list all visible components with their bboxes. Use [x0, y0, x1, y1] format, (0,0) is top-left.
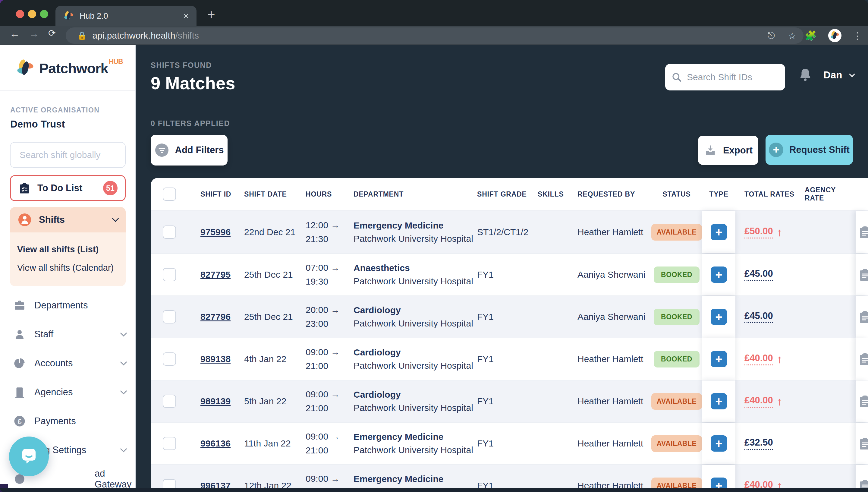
- shift-type-button[interactable]: +: [711, 267, 727, 283]
- sidebar-item-staff[interactable]: Staff: [0, 320, 135, 349]
- building-icon: [13, 386, 26, 398]
- shift-id-link[interactable]: 827796: [200, 312, 231, 322]
- shift-id-link[interactable]: 827795: [200, 270, 231, 279]
- shift-hours: 20:00 →23:00: [306, 303, 354, 331]
- status-badge: BOOKED: [654, 351, 699, 368]
- status-badge: BOOKED: [654, 267, 699, 283]
- row-checkbox[interactable]: [163, 479, 176, 488]
- col-requested-by[interactable]: REQUESTED BY: [578, 190, 651, 198]
- row-checkbox[interactable]: [163, 310, 176, 323]
- col-status[interactable]: STATUS: [651, 190, 702, 198]
- col-shift-grade[interactable]: SHIFT GRADE: [477, 190, 538, 198]
- shift-id-search[interactable]: [665, 64, 785, 91]
- col-agency-rate[interactable]: AGENCY RATE: [796, 186, 856, 202]
- row-checkbox[interactable]: [163, 352, 176, 366]
- extensions-icon[interactable]: 🧩: [805, 30, 817, 41]
- forward-icon[interactable]: →: [29, 28, 39, 40]
- total-rate-link[interactable]: £45.00: [744, 311, 773, 323]
- shifts-table: SHIFT ID SHIFT DATE HOURS DEPARTMENT SHI…: [151, 178, 868, 488]
- chrome-menu-icon[interactable]: ⋮: [853, 30, 862, 41]
- row-checkbox[interactable]: [163, 225, 176, 239]
- app-logo[interactable]: PatchworkHUB: [0, 45, 135, 78]
- clipboard-icon[interactable]: [858, 352, 868, 366]
- new-tab-button[interactable]: +: [207, 8, 215, 21]
- todo-list-button[interactable]: To Do List 51: [10, 175, 126, 201]
- sidebar-item-departments[interactable]: Departments: [0, 291, 135, 320]
- total-rate-link[interactable]: £32.50: [744, 437, 773, 450]
- shift-type-button[interactable]: +: [711, 477, 727, 488]
- shift-id-link[interactable]: 989139: [200, 396, 231, 406]
- total-rate-link[interactable]: £50.00: [744, 226, 773, 239]
- shifts-person-icon: [18, 213, 32, 227]
- user-menu[interactable]: Dan: [823, 69, 854, 81]
- url-bar[interactable]: 🔒 api.patchwork.health/shifts ⎋ ☆: [66, 27, 803, 44]
- total-rate-link[interactable]: £40.00: [744, 395, 773, 408]
- row-checkbox[interactable]: [163, 395, 176, 408]
- bookmark-star-icon[interactable]: ☆: [788, 30, 796, 41]
- col-type[interactable]: TYPE: [702, 190, 735, 198]
- chevron-down-icon: [120, 359, 127, 366]
- shift-type-button[interactable]: +: [711, 351, 727, 367]
- shift-type-button[interactable]: +: [711, 435, 727, 451]
- add-filters-button[interactable]: Add Filters: [151, 135, 228, 166]
- browser-tab[interactable]: Hub 2.0 ×: [55, 6, 197, 26]
- shift-id-link[interactable]: 975996: [200, 227, 231, 237]
- col-total-rates[interactable]: TOTAL RATES: [735, 190, 796, 198]
- back-icon[interactable]: ←: [10, 28, 20, 40]
- shifts-found-label: SHIFTS FOUND: [151, 61, 212, 70]
- clipboard-icon[interactable]: [858, 478, 868, 488]
- sidebar-item-payments[interactable]: £ Payments: [0, 407, 135, 436]
- shift-grade: FY1: [477, 438, 538, 449]
- profile-avatar[interactable]: [828, 29, 841, 42]
- minimize-window-button[interactable]: [28, 10, 36, 18]
- col-shift-date[interactable]: SHIFT DATE: [244, 190, 306, 198]
- shift-hours: 09:00 →21:00: [306, 472, 354, 488]
- col-shift-id[interactable]: SHIFT ID: [200, 190, 244, 198]
- table-body: 975996 22nd Dec 21 12:00 →21:30 Emergenc…: [151, 211, 868, 488]
- shift-type-button[interactable]: +: [711, 393, 727, 410]
- col-skills[interactable]: SKILLS: [538, 190, 578, 198]
- shift-id-link[interactable]: 996137: [200, 481, 231, 488]
- shift-type-button[interactable]: +: [711, 224, 727, 240]
- intercom-chat-button[interactable]: [9, 437, 49, 476]
- shift-hours: 09:00 →21:00: [306, 387, 354, 415]
- close-window-button[interactable]: [16, 10, 24, 18]
- clipboard-icon[interactable]: [858, 394, 868, 409]
- total-rate-link[interactable]: £40.00: [744, 479, 773, 488]
- sidebar-item-view-all-shifts-list[interactable]: View all shifts (List): [17, 240, 126, 259]
- shift-id-search-input[interactable]: [687, 72, 779, 82]
- col-hours[interactable]: HOURS: [306, 190, 354, 198]
- shift-date: 25th Dec 21: [244, 312, 306, 322]
- status-badge: BOOKED: [654, 309, 699, 325]
- department-cell: AnaestheticsPatchwork University Hospita…: [354, 262, 477, 288]
- department-cell: CardiologyPatchwork University Hospital: [354, 303, 477, 330]
- global-shift-search-input[interactable]: [10, 142, 126, 168]
- total-rate-link[interactable]: £40.00: [744, 353, 773, 365]
- clipboard-icon[interactable]: [858, 225, 868, 239]
- reload-icon[interactable]: ⟳: [48, 28, 56, 38]
- filter-icon: [155, 143, 169, 157]
- sidebar-item-view-all-shifts-calendar[interactable]: View all shifts (Calendar): [17, 259, 126, 277]
- select-all-checkbox[interactable]: [163, 188, 176, 201]
- sidebar-item-shifts[interactable]: Shifts: [10, 207, 126, 232]
- total-rate-link[interactable]: £45.00: [744, 268, 773, 281]
- shifts-label: Shifts: [39, 214, 106, 225]
- shift-type-button[interactable]: +: [711, 309, 727, 325]
- shift-id-link[interactable]: 996136: [200, 438, 231, 448]
- sidebar-item-accounts[interactable]: Accounts: [0, 349, 135, 378]
- row-checkbox[interactable]: [163, 437, 176, 450]
- clipboard-icon[interactable]: [858, 310, 868, 324]
- clipboard-icon[interactable]: [858, 436, 868, 451]
- request-shift-button[interactable]: + Request Shift: [766, 135, 853, 165]
- export-button[interactable]: Export: [698, 136, 758, 165]
- share-icon[interactable]: ⎋: [768, 30, 775, 41]
- tab-close-icon[interactable]: ×: [183, 11, 189, 21]
- user-name: Dan: [823, 69, 842, 81]
- zoom-window-button[interactable]: [40, 10, 48, 18]
- col-department[interactable]: DEPARTMENT: [354, 190, 477, 198]
- sidebar-item-agencies[interactable]: Agencies: [0, 378, 135, 407]
- row-checkbox[interactable]: [163, 268, 176, 281]
- shift-id-link[interactable]: 989138: [200, 354, 231, 364]
- clipboard-icon[interactable]: [858, 267, 868, 282]
- notifications-bell-icon[interactable]: [797, 67, 813, 82]
